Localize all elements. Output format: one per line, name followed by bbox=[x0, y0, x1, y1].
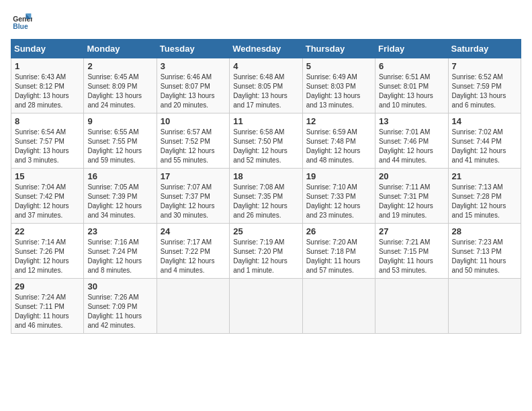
day-info: Sunrise: 7:10 AMSunset: 7:33 PMDaylight:… bbox=[306, 183, 371, 220]
day-info: Sunrise: 7:07 AMSunset: 7:37 PMDaylight:… bbox=[161, 183, 226, 220]
day-info: Sunrise: 7:14 AMSunset: 7:26 PMDaylight:… bbox=[15, 238, 80, 275]
day-info: Sunrise: 7:24 AMSunset: 7:11 PMDaylight:… bbox=[15, 293, 80, 330]
day-info: Sunrise: 6:52 AMSunset: 7:59 PMDaylight:… bbox=[452, 73, 517, 110]
calendar-cell: 14Sunrise: 7:02 AMSunset: 7:44 PMDayligh… bbox=[448, 113, 521, 169]
col-header-thursday: Thursday bbox=[302, 40, 375, 58]
day-info: Sunrise: 7:13 AMSunset: 7:28 PMDaylight:… bbox=[452, 183, 517, 220]
day-number: 23 bbox=[87, 226, 152, 236]
calendar-cell: 4Sunrise: 6:48 AMSunset: 8:05 PMDaylight… bbox=[230, 58, 302, 113]
col-header-tuesday: Tuesday bbox=[157, 40, 229, 58]
day-info: Sunrise: 6:57 AMSunset: 7:52 PMDaylight:… bbox=[161, 128, 226, 165]
calendar-cell: 2Sunrise: 6:45 AMSunset: 8:09 PMDaylight… bbox=[84, 58, 157, 113]
day-info: Sunrise: 7:11 AMSunset: 7:31 PMDaylight:… bbox=[379, 183, 444, 220]
calendar-cell: 23Sunrise: 7:16 AMSunset: 7:24 PMDayligh… bbox=[84, 224, 157, 279]
day-number: 4 bbox=[233, 61, 298, 71]
calendar-week-5: 29Sunrise: 7:24 AMSunset: 7:11 PMDayligh… bbox=[11, 279, 521, 334]
calendar-week-4: 22Sunrise: 7:14 AMSunset: 7:26 PMDayligh… bbox=[11, 224, 521, 279]
calendar-cell: 20Sunrise: 7:11 AMSunset: 7:31 PMDayligh… bbox=[375, 169, 448, 224]
page-header: General Blue bbox=[11, 11, 521, 32]
calendar-cell: 29Sunrise: 7:24 AMSunset: 7:11 PMDayligh… bbox=[11, 279, 84, 334]
day-info: Sunrise: 6:54 AMSunset: 7:57 PMDaylight:… bbox=[15, 128, 80, 165]
calendar-cell: 3Sunrise: 6:46 AMSunset: 8:07 PMDaylight… bbox=[157, 58, 229, 113]
day-number: 18 bbox=[233, 171, 298, 181]
calendar-cell bbox=[157, 279, 229, 334]
calendar-week-2: 8Sunrise: 6:54 AMSunset: 7:57 PMDaylight… bbox=[11, 113, 521, 169]
day-info: Sunrise: 7:05 AMSunset: 7:39 PMDaylight:… bbox=[87, 183, 152, 220]
day-number: 12 bbox=[306, 116, 371, 126]
calendar-table: SundayMondayTuesdayWednesdayThursdayFrid… bbox=[11, 39, 521, 334]
calendar-cell: 22Sunrise: 7:14 AMSunset: 7:26 PMDayligh… bbox=[11, 224, 84, 279]
day-number: 8 bbox=[15, 116, 80, 126]
day-number: 22 bbox=[15, 226, 80, 236]
calendar-cell bbox=[448, 279, 521, 334]
calendar-cell: 10Sunrise: 6:57 AMSunset: 7:52 PMDayligh… bbox=[157, 113, 229, 169]
day-number: 11 bbox=[233, 116, 298, 126]
day-number: 6 bbox=[379, 61, 444, 71]
day-info: Sunrise: 7:02 AMSunset: 7:44 PMDaylight:… bbox=[452, 128, 517, 165]
day-number: 30 bbox=[87, 281, 152, 291]
day-number: 9 bbox=[87, 116, 152, 126]
logo-icon: General Blue bbox=[11, 11, 32, 32]
calendar-cell: 30Sunrise: 7:26 AMSunset: 7:09 PMDayligh… bbox=[84, 279, 157, 334]
calendar-cell: 28Sunrise: 7:23 AMSunset: 7:13 PMDayligh… bbox=[448, 224, 521, 279]
day-info: Sunrise: 6:59 AMSunset: 7:48 PMDaylight:… bbox=[306, 128, 371, 165]
day-number: 2 bbox=[87, 61, 152, 71]
calendar-cell bbox=[302, 279, 375, 334]
day-number: 24 bbox=[161, 226, 226, 236]
day-info: Sunrise: 7:23 AMSunset: 7:13 PMDaylight:… bbox=[452, 238, 517, 275]
day-info: Sunrise: 7:19 AMSunset: 7:20 PMDaylight:… bbox=[233, 238, 298, 275]
day-number: 29 bbox=[15, 281, 80, 291]
day-number: 5 bbox=[306, 61, 371, 71]
calendar-cell: 19Sunrise: 7:10 AMSunset: 7:33 PMDayligh… bbox=[302, 169, 375, 224]
day-number: 16 bbox=[87, 171, 152, 181]
col-header-sunday: Sunday bbox=[11, 40, 84, 58]
calendar-cell: 21Sunrise: 7:13 AMSunset: 7:28 PMDayligh… bbox=[448, 169, 521, 224]
calendar-cell bbox=[230, 279, 302, 334]
calendar-cell: 13Sunrise: 7:01 AMSunset: 7:46 PMDayligh… bbox=[375, 113, 448, 169]
day-number: 13 bbox=[379, 116, 444, 126]
calendar-cell: 6Sunrise: 6:51 AMSunset: 8:01 PMDaylight… bbox=[375, 58, 448, 113]
day-info: Sunrise: 7:16 AMSunset: 7:24 PMDaylight:… bbox=[87, 238, 152, 275]
day-info: Sunrise: 7:17 AMSunset: 7:22 PMDaylight:… bbox=[161, 238, 226, 275]
day-number: 21 bbox=[452, 171, 517, 181]
day-info: Sunrise: 6:43 AMSunset: 8:12 PMDaylight:… bbox=[15, 73, 80, 110]
calendar-cell: 25Sunrise: 7:19 AMSunset: 7:20 PMDayligh… bbox=[230, 224, 302, 279]
day-info: Sunrise: 6:51 AMSunset: 8:01 PMDaylight:… bbox=[379, 73, 444, 110]
day-info: Sunrise: 7:26 AMSunset: 7:09 PMDaylight:… bbox=[87, 293, 152, 330]
calendar-cell: 17Sunrise: 7:07 AMSunset: 7:37 PMDayligh… bbox=[157, 169, 229, 224]
day-number: 25 bbox=[233, 226, 298, 236]
calendar-cell: 1Sunrise: 6:43 AMSunset: 8:12 PMDaylight… bbox=[11, 58, 84, 113]
calendar-cell: 8Sunrise: 6:54 AMSunset: 7:57 PMDaylight… bbox=[11, 113, 84, 169]
day-info: Sunrise: 7:08 AMSunset: 7:35 PMDaylight:… bbox=[233, 183, 298, 220]
calendar-cell: 5Sunrise: 6:49 AMSunset: 8:03 PMDaylight… bbox=[302, 58, 375, 113]
day-number: 10 bbox=[161, 116, 226, 126]
calendar-cell: 12Sunrise: 6:59 AMSunset: 7:48 PMDayligh… bbox=[302, 113, 375, 169]
calendar-cell: 15Sunrise: 7:04 AMSunset: 7:42 PMDayligh… bbox=[11, 169, 84, 224]
day-info: Sunrise: 6:46 AMSunset: 8:07 PMDaylight:… bbox=[161, 73, 226, 110]
day-number: 7 bbox=[452, 61, 517, 71]
day-info: Sunrise: 7:04 AMSunset: 7:42 PMDaylight:… bbox=[15, 183, 80, 220]
calendar-week-1: 1Sunrise: 6:43 AMSunset: 8:12 PMDaylight… bbox=[11, 58, 521, 113]
calendar-cell: 18Sunrise: 7:08 AMSunset: 7:35 PMDayligh… bbox=[230, 169, 302, 224]
day-number: 3 bbox=[161, 61, 226, 71]
day-info: Sunrise: 6:49 AMSunset: 8:03 PMDaylight:… bbox=[306, 73, 371, 110]
day-number: 1 bbox=[15, 61, 80, 71]
calendar-cell: 9Sunrise: 6:55 AMSunset: 7:55 PMDaylight… bbox=[84, 113, 157, 169]
day-info: Sunrise: 6:45 AMSunset: 8:09 PMDaylight:… bbox=[87, 73, 152, 110]
col-header-monday: Monday bbox=[84, 40, 157, 58]
day-number: 15 bbox=[15, 171, 80, 181]
col-header-saturday: Saturday bbox=[448, 40, 521, 58]
calendar-cell bbox=[375, 279, 448, 334]
day-info: Sunrise: 7:01 AMSunset: 7:46 PMDaylight:… bbox=[379, 128, 444, 165]
day-info: Sunrise: 7:21 AMSunset: 7:15 PMDaylight:… bbox=[379, 238, 444, 275]
col-header-wednesday: Wednesday bbox=[230, 40, 302, 58]
svg-text:Blue: Blue bbox=[13, 23, 28, 30]
calendar-cell: 24Sunrise: 7:17 AMSunset: 7:22 PMDayligh… bbox=[157, 224, 229, 279]
day-number: 19 bbox=[306, 171, 371, 181]
calendar-cell: 7Sunrise: 6:52 AMSunset: 7:59 PMDaylight… bbox=[448, 58, 521, 113]
calendar-week-3: 15Sunrise: 7:04 AMSunset: 7:42 PMDayligh… bbox=[11, 169, 521, 224]
logo: General Blue bbox=[11, 11, 32, 32]
calendar-cell: 16Sunrise: 7:05 AMSunset: 7:39 PMDayligh… bbox=[84, 169, 157, 224]
calendar-cell: 11Sunrise: 6:58 AMSunset: 7:50 PMDayligh… bbox=[230, 113, 302, 169]
calendar-cell: 26Sunrise: 7:20 AMSunset: 7:18 PMDayligh… bbox=[302, 224, 375, 279]
